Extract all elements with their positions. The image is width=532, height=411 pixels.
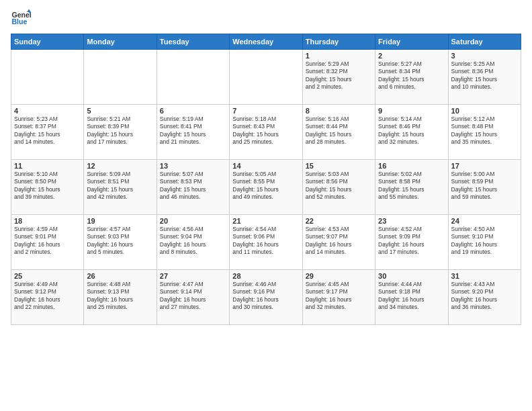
day-cell: 18Sunrise: 4:59 AM Sunset: 9:01 PM Dayli… [11, 215, 84, 270]
day-info: Sunrise: 4:43 AM Sunset: 9:20 PM Dayligh… [451, 281, 518, 312]
day-info: Sunrise: 4:52 AM Sunset: 9:09 PM Dayligh… [378, 226, 445, 257]
header-day-saturday: Saturday [448, 34, 521, 50]
day-number: 26 [87, 272, 153, 280]
day-number: 31 [451, 272, 518, 280]
header-day-monday: Monday [84, 34, 157, 50]
day-info: Sunrise: 4:48 AM Sunset: 9:13 PM Dayligh… [87, 281, 153, 312]
day-cell: 9Sunrise: 5:14 AM Sunset: 8:46 PM Daylig… [375, 105, 448, 160]
day-cell [84, 50, 157, 105]
day-number: 19 [87, 217, 153, 225]
day-info: Sunrise: 5:27 AM Sunset: 8:34 PM Dayligh… [378, 60, 445, 91]
week-row-4: 18Sunrise: 4:59 AM Sunset: 9:01 PM Dayli… [11, 215, 521, 270]
day-cell: 10Sunrise: 5:12 AM Sunset: 8:48 PM Dayli… [448, 105, 521, 160]
day-number: 27 [160, 272, 226, 280]
day-cell: 22Sunrise: 4:53 AM Sunset: 9:07 PM Dayli… [302, 215, 375, 270]
day-cell: 11Sunrise: 5:10 AM Sunset: 8:50 PM Dayli… [11, 160, 84, 215]
day-cell [11, 50, 84, 105]
day-cell: 15Sunrise: 5:03 AM Sunset: 8:56 PM Dayli… [302, 160, 375, 215]
day-info: Sunrise: 5:00 AM Sunset: 8:59 PM Dayligh… [451, 171, 518, 201]
day-number: 20 [160, 217, 226, 225]
header-day-thursday: Thursday [302, 34, 375, 50]
day-number: 25 [14, 272, 81, 280]
day-info: Sunrise: 5:02 AM Sunset: 8:58 PM Dayligh… [378, 171, 445, 201]
day-number: 12 [87, 162, 153, 170]
day-info: Sunrise: 4:53 AM Sunset: 9:07 PM Dayligh… [306, 226, 372, 257]
day-cell: 12Sunrise: 5:09 AM Sunset: 8:51 PM Dayli… [84, 160, 157, 215]
header-day-wednesday: Wednesday [230, 34, 302, 50]
day-cell: 16Sunrise: 5:02 AM Sunset: 8:58 PM Dayli… [375, 160, 448, 215]
day-cell: 5Sunrise: 5:21 AM Sunset: 8:39 PM Daylig… [84, 105, 157, 160]
day-cell: 26Sunrise: 4:48 AM Sunset: 9:13 PM Dayli… [84, 270, 157, 325]
day-number: 17 [451, 162, 518, 170]
day-info: Sunrise: 5:19 AM Sunset: 8:41 PM Dayligh… [160, 116, 226, 146]
day-number: 9 [378, 107, 445, 115]
day-number: 29 [306, 272, 372, 280]
day-number: 5 [87, 107, 153, 115]
day-cell: 6Sunrise: 5:19 AM Sunset: 8:41 PM Daylig… [157, 105, 229, 160]
day-info: Sunrise: 4:59 AM Sunset: 9:01 PM Dayligh… [14, 226, 81, 257]
day-number: 30 [378, 272, 445, 280]
day-info: Sunrise: 5:10 AM Sunset: 8:50 PM Dayligh… [14, 171, 81, 201]
day-number: 16 [378, 162, 445, 170]
day-cell: 31Sunrise: 4:43 AM Sunset: 9:20 PM Dayli… [448, 270, 521, 325]
week-row-5: 25Sunrise: 4:49 AM Sunset: 9:12 PM Dayli… [11, 270, 521, 325]
day-cell: 28Sunrise: 4:46 AM Sunset: 9:16 PM Dayli… [230, 270, 302, 325]
day-info: Sunrise: 5:05 AM Sunset: 8:55 PM Dayligh… [232, 171, 299, 201]
day-number: 4 [14, 107, 81, 115]
day-info: Sunrise: 4:47 AM Sunset: 9:14 PM Dayligh… [160, 281, 226, 312]
week-row-1: 1Sunrise: 5:29 AM Sunset: 8:32 PM Daylig… [11, 50, 521, 105]
day-info: Sunrise: 4:56 AM Sunset: 9:04 PM Dayligh… [160, 226, 226, 257]
day-info: Sunrise: 5:29 AM Sunset: 8:32 PM Dayligh… [306, 60, 372, 91]
day-info: Sunrise: 5:25 AM Sunset: 8:36 PM Dayligh… [451, 60, 518, 91]
day-number: 10 [451, 107, 518, 115]
day-info: Sunrise: 5:14 AM Sunset: 8:46 PM Dayligh… [378, 116, 445, 146]
week-row-2: 4Sunrise: 5:23 AM Sunset: 8:37 PM Daylig… [11, 105, 521, 160]
day-info: Sunrise: 4:50 AM Sunset: 9:10 PM Dayligh… [451, 226, 518, 257]
day-cell: 3Sunrise: 5:25 AM Sunset: 8:36 PM Daylig… [448, 50, 521, 105]
day-number: 18 [14, 217, 81, 225]
day-number: 6 [160, 107, 226, 115]
day-cell: 14Sunrise: 5:05 AM Sunset: 8:55 PM Dayli… [230, 160, 302, 215]
day-number: 8 [306, 107, 372, 115]
day-info: Sunrise: 4:44 AM Sunset: 9:18 PM Dayligh… [378, 281, 445, 312]
day-info: Sunrise: 5:23 AM Sunset: 8:37 PM Dayligh… [14, 116, 81, 146]
day-cell [230, 50, 302, 105]
day-number: 11 [14, 162, 81, 170]
day-number: 7 [232, 107, 299, 115]
day-cell: 24Sunrise: 4:50 AM Sunset: 9:10 PM Dayli… [448, 215, 521, 270]
day-info: Sunrise: 5:09 AM Sunset: 8:51 PM Dayligh… [87, 171, 153, 201]
day-info: Sunrise: 5:16 AM Sunset: 8:44 PM Dayligh… [306, 116, 372, 146]
day-number: 23 [378, 217, 445, 225]
day-info: Sunrise: 5:07 AM Sunset: 8:53 PM Dayligh… [160, 171, 226, 201]
day-cell: 27Sunrise: 4:47 AM Sunset: 9:14 PM Dayli… [157, 270, 229, 325]
day-cell: 29Sunrise: 4:45 AM Sunset: 9:17 PM Dayli… [302, 270, 375, 325]
day-info: Sunrise: 4:57 AM Sunset: 9:03 PM Dayligh… [87, 226, 153, 257]
logo-icon: General Blue [11, 8, 31, 28]
day-number: 1 [306, 52, 372, 60]
header-row: SundayMondayTuesdayWednesdayThursdayFrid… [11, 34, 521, 50]
day-cell: 13Sunrise: 5:07 AM Sunset: 8:53 PM Dayli… [157, 160, 229, 215]
day-cell: 4Sunrise: 5:23 AM Sunset: 8:37 PM Daylig… [11, 105, 84, 160]
day-info: Sunrise: 5:18 AM Sunset: 8:43 PM Dayligh… [232, 116, 299, 146]
calendar-table: SundayMondayTuesdayWednesdayThursdayFrid… [11, 34, 521, 325]
day-cell [157, 50, 229, 105]
day-number: 15 [306, 162, 372, 170]
day-info: Sunrise: 5:03 AM Sunset: 8:56 PM Dayligh… [306, 171, 372, 201]
day-cell: 23Sunrise: 4:52 AM Sunset: 9:09 PM Dayli… [375, 215, 448, 270]
day-number: 28 [232, 272, 299, 280]
day-info: Sunrise: 5:21 AM Sunset: 8:39 PM Dayligh… [87, 116, 153, 146]
week-row-3: 11Sunrise: 5:10 AM Sunset: 8:50 PM Dayli… [11, 160, 521, 215]
day-info: Sunrise: 4:45 AM Sunset: 9:17 PM Dayligh… [306, 281, 372, 312]
day-cell: 21Sunrise: 4:54 AM Sunset: 9:06 PM Dayli… [230, 215, 302, 270]
day-number: 22 [306, 217, 372, 225]
day-cell: 7Sunrise: 5:18 AM Sunset: 8:43 PM Daylig… [230, 105, 302, 160]
day-cell: 8Sunrise: 5:16 AM Sunset: 8:44 PM Daylig… [302, 105, 375, 160]
day-cell: 20Sunrise: 4:56 AM Sunset: 9:04 PM Dayli… [157, 215, 229, 270]
day-info: Sunrise: 4:54 AM Sunset: 9:06 PM Dayligh… [232, 226, 299, 257]
day-number: 13 [160, 162, 226, 170]
day-cell: 30Sunrise: 4:44 AM Sunset: 9:18 PM Dayli… [375, 270, 448, 325]
day-info: Sunrise: 5:12 AM Sunset: 8:48 PM Dayligh… [451, 116, 518, 146]
header-day-tuesday: Tuesday [157, 34, 229, 50]
day-cell: 25Sunrise: 4:49 AM Sunset: 9:12 PM Dayli… [11, 270, 84, 325]
header-day-friday: Friday [375, 34, 448, 50]
